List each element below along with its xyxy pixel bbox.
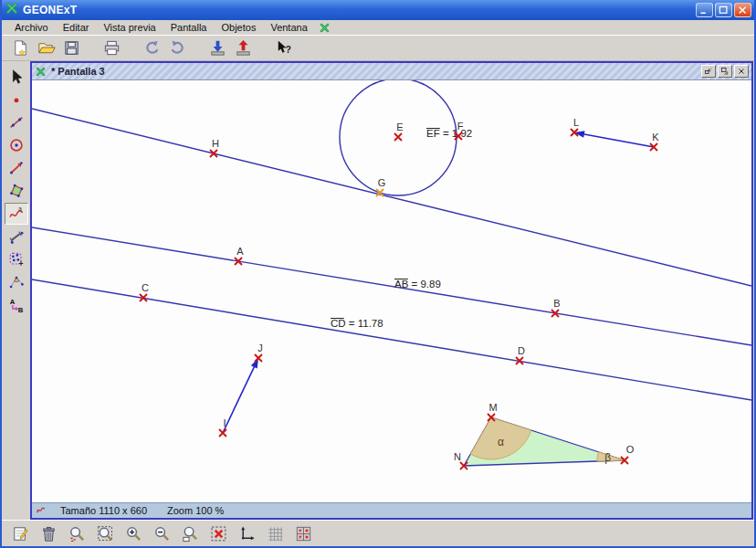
point-label-G: G: [378, 177, 386, 188]
undo-button[interactable]: [141, 37, 163, 59]
point-E[interactable]: [394, 133, 402, 141]
menu-objetos[interactable]: Objetos: [214, 21, 263, 35]
delete-button[interactable]: [37, 522, 60, 545]
zoom-in-button[interactable]: [121, 522, 145, 545]
main-toolbar: ?: [2, 36, 754, 61]
toolbar-separator: [126, 47, 138, 48]
minimize-button[interactable]: [696, 3, 713, 17]
point-label-K: K: [652, 132, 659, 142]
point-label-H: H: [212, 138, 219, 149]
point-I[interactable]: [219, 429, 226, 437]
svg-text:A: A: [9, 298, 15, 306]
polygon-tool[interactable]: [5, 180, 28, 202]
close-button[interactable]: [734, 3, 751, 17]
angle-alpha-label: α: [498, 436, 504, 448]
frame-title-bar[interactable]: * Pantalla 3: [32, 63, 751, 80]
grid-snap-button[interactable]: [291, 522, 315, 545]
select-tool[interactable]: [5, 66, 28, 88]
app-window: GEONExT ArchivoEditarVista previaPantall…: [0, 0, 756, 548]
bottom-toolbar: [2, 520, 754, 546]
clear-selection-button[interactable]: [206, 522, 230, 545]
frame-status-bar: Tamaño 1110 x 660 Zoom 100 %: [32, 502, 751, 518]
frame-controls: [699, 65, 749, 78]
frame-maximize-button[interactable]: [718, 65, 732, 78]
zoom-page-button[interactable]: [178, 522, 202, 545]
point-label-N: N: [454, 451, 461, 462]
drawing-canvas[interactable]: αβEF = 1.92AB = 9.89CD = 11.78HEFGLKABCD…: [32, 80, 751, 502]
frame-close-button[interactable]: [734, 65, 749, 78]
line-HG[interactable]: [32, 109, 751, 286]
svg-text:B: B: [17, 306, 23, 314]
frame-logo-icon: [35, 66, 47, 78]
point-label-F: F: [457, 121, 464, 132]
main-area: aAB * Pantalla 3 αβEF = 1.92AB = 9.89CD …: [2, 61, 754, 520]
point-label-A: A: [236, 246, 244, 257]
save-button[interactable]: [60, 37, 83, 59]
zoom-level-label: Zoom 100 %: [167, 505, 224, 516]
new-button[interactable]: [9, 37, 32, 59]
help-button[interactable]: ?: [272, 37, 295, 59]
point-tool[interactable]: [5, 89, 28, 111]
menu-ventana[interactable]: Ventana: [263, 21, 314, 35]
toolbar-separator: [257, 47, 269, 48]
line-tool[interactable]: [5, 111, 28, 133]
zoom-out-button[interactable]: [150, 522, 173, 545]
vector-tool[interactable]: [5, 157, 28, 179]
circle-tool[interactable]: [5, 134, 28, 156]
geonext-logo-icon: [5, 1, 19, 19]
point-label-D: D: [518, 345, 525, 356]
point-label-B: B: [553, 298, 560, 309]
menu-pantalla[interactable]: Pantalla: [163, 21, 215, 35]
angle-tool[interactable]: [5, 271, 28, 293]
menubar: ArchivoEditarVista previaPantallaObjetos…: [2, 20, 754, 36]
redo-button[interactable]: [166, 37, 189, 59]
measure-AB[interactable]: AB = 9.89: [394, 279, 441, 290]
distance-tool[interactable]: [5, 226, 28, 248]
point-label-J: J: [257, 342, 263, 353]
line-AB[interactable]: [32, 227, 751, 345]
axes-button[interactable]: [235, 522, 258, 545]
curve-tool[interactable]: a: [5, 203, 28, 225]
edit-properties-button[interactable]: [8, 522, 32, 545]
canvas-size-label: Tamaño 1110 x 660: [60, 505, 147, 516]
pointset-tool[interactable]: [5, 248, 28, 270]
label-tool[interactable]: AB: [5, 294, 28, 316]
zoom-point-button[interactable]: [65, 522, 89, 545]
export-button[interactable]: [232, 37, 255, 59]
import-button[interactable]: [206, 37, 229, 59]
grid-button[interactable]: [263, 522, 287, 545]
toolbar-separator: [86, 47, 98, 48]
maximize-button[interactable]: [715, 3, 732, 17]
title-bar: GEONExT: [2, 0, 754, 20]
svg-text:a: a: [18, 206, 22, 212]
menubar-logo-icon: [319, 22, 331, 34]
point-label-M: M: [488, 402, 497, 413]
zoom-region-button[interactable]: [93, 522, 117, 545]
tool-sidebar: aAB: [2, 61, 30, 520]
menu-vista-previa[interactable]: Vista previa: [96, 21, 163, 35]
point-label-E: E: [396, 121, 403, 132]
geometry-canvas[interactable]: αβEF = 1.92AB = 9.89CD = 11.78HEFGLKABCD…: [32, 80, 751, 502]
svg-text:?: ?: [285, 44, 290, 55]
point-J[interactable]: [255, 354, 262, 362]
point-label-L: L: [573, 117, 579, 128]
window-controls: [694, 3, 751, 17]
menu-editar[interactable]: Editar: [56, 21, 97, 35]
window-title: GEONExT: [23, 4, 690, 16]
open-button[interactable]: [35, 37, 58, 59]
vector-IJ[interactable]: [223, 364, 256, 433]
menubar-items: ArchivoEditarVista previaPantallaObjetos…: [7, 21, 315, 35]
vector-KL[interactable]: [581, 133, 654, 147]
frame-minimize-button[interactable]: [701, 65, 716, 78]
point-label-C: C: [142, 282, 149, 293]
status-curve-icon: [36, 504, 49, 518]
measure-CD[interactable]: CD = 11.78: [331, 318, 383, 329]
measure-EF[interactable]: EF = 1.92: [426, 128, 472, 139]
print-button[interactable]: [100, 37, 123, 59]
point-label-O: O: [626, 444, 635, 455]
point-label-I: I: [223, 417, 226, 428]
menu-archivo[interactable]: Archivo: [7, 21, 56, 35]
internal-frame: * Pantalla 3 αβEF = 1.92AB = 9.89CD = 11…: [30, 61, 753, 520]
angle-beta-label: β: [604, 451, 611, 464]
line-CD[interactable]: [32, 279, 751, 400]
